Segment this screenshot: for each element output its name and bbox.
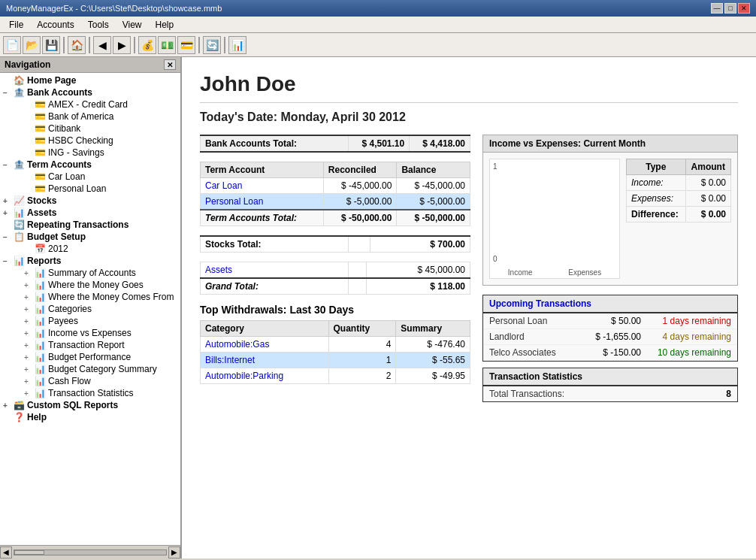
toolbar-back[interactable]: ◀ [93, 36, 111, 54]
personal-loan-reconciled: $ -5,000.00 [323, 194, 397, 210]
term-total-reconciled: $ -50,000.00 [341, 213, 392, 223]
toolbar-repeat[interactable]: 🔄 [203, 36, 221, 54]
content-columns: Bank Accounts Total: $ 4,501.10 $ 4,418.… [200, 135, 738, 402]
upcoming-amount-3: $ -150.00 [573, 347, 641, 358]
expenses-label: Expenses: [631, 193, 673, 204]
menu-help[interactable]: Help [150, 18, 180, 32]
upcoming-row-2: Landlord $ -1,655.00 4 days remaining [483, 329, 737, 345]
nav-help[interactable]: ❓ Help [2, 411, 179, 423]
personal-loan-balance: $ -5,000.00 [397, 194, 470, 210]
withdraw-cat-2[interactable]: Bills:Internet [205, 355, 255, 365]
nav-bank-accounts[interactable]: − 🏦 Bank Accounts [2, 86, 179, 98]
nav-transaction-report[interactable]: + 📊 Transaction Report [2, 339, 179, 351]
nav-stocks[interactable]: + 📈 Stocks [2, 195, 179, 207]
withdraw-cat-3[interactable]: Automobile:Parking [205, 371, 283, 381]
menu-view[interactable]: View [116, 18, 148, 32]
nav-home[interactable]: 🏠 Home Page [2, 74, 179, 86]
nav-car-loan-label: Car Loan [48, 171, 85, 182]
bank-reconciled: $ 4,501.10 [362, 138, 405, 149]
nav-close-button[interactable]: ✕ [164, 59, 176, 70]
budget-icon: 📋 [14, 232, 25, 242]
nav-payees[interactable]: + 📊 Payees [2, 315, 179, 327]
menu-accounts[interactable]: Accounts [31, 18, 80, 32]
stats-col-type: Type [627, 159, 686, 175]
nav-citibank[interactable]: 💳 Citibank [2, 123, 179, 135]
nav-money-comes[interactable]: + 📊 Where the Money Comes From [2, 291, 179, 303]
nav-trans-stats[interactable]: + 📊 Transaction Statistics [2, 387, 179, 399]
minimize-button[interactable]: — [711, 3, 723, 14]
chart-stats: Type Amount Income: $ 0.00 [626, 159, 731, 279]
nav-amex[interactable]: 💳 AMEX - Credit Card [2, 98, 179, 110]
nav-budget-setup[interactable]: − 📋 Budget Setup [2, 231, 179, 243]
main-container: Navigation ✕ 🏠 Home Page − 🏦 Bank Accoun… [0, 57, 756, 558]
scroll-left[interactable]: ◀ [0, 546, 12, 558]
expand-boa [24, 113, 35, 121]
toolbar-home[interactable]: 🏠 [68, 36, 86, 54]
car-loan-link[interactable]: Car Loan [205, 180, 242, 191]
withdraw-col-quantity: Quantity [328, 321, 396, 337]
stocks-table: Stocks Total: $ 700.00 [200, 235, 470, 253]
nav-cash-flow[interactable]: + 📊 Cash Flow [2, 375, 179, 387]
nav-budget-2012-label: 2012 [48, 244, 68, 254]
term-icon: 🏦 [14, 159, 25, 170]
expand-budget-perf: + [24, 353, 35, 362]
nav-categories[interactable]: + 📊 Categories [2, 303, 179, 315]
nav-term-accounts[interactable]: − 🏦 Term Accounts [2, 159, 179, 171]
expand-car-loan [24, 173, 35, 181]
toolbar-forward[interactable]: ▶ [113, 36, 131, 54]
nav-car-loan[interactable]: 💳 Car Loan [2, 171, 179, 183]
nav-reports[interactable]: − 📊 Reports [2, 255, 179, 267]
stats-title: Transaction Statistics [483, 368, 737, 386]
nav-assets[interactable]: + 📊 Assets [2, 207, 179, 219]
scroll-right[interactable]: ▶ [168, 546, 180, 558]
nav-summary-accounts[interactable]: + 📊 Summary of Accounts [2, 267, 179, 279]
assets-link[interactable]: Assets [205, 265, 232, 275]
nav-budget-perf[interactable]: + 📊 Budget Performance [2, 351, 179, 363]
nav-payees-label: Payees [48, 316, 78, 326]
todays-date: Today's Date: Monday, April 30 2012 [200, 110, 738, 124]
upcoming-amount-2: $ -1,655.00 [573, 331, 641, 342]
toolbar-open[interactable]: 📂 [23, 36, 41, 54]
nav-custom-sql[interactable]: + 🗃️ Custom SQL Reports [2, 399, 179, 411]
toolbar-new[interactable]: 📄 [3, 36, 21, 54]
window-controls: — □ ✕ [711, 3, 750, 14]
upcoming-name-1: Personal Loan [489, 316, 573, 326]
car-loan-icon: 💳 [35, 171, 46, 182]
custom-sql-icon: 🗃️ [14, 400, 25, 410]
withdraw-sum-1: $ -476.40 [396, 337, 470, 353]
upcoming-title-link[interactable]: Upcoming Transactions [489, 298, 591, 309]
nav-personal-loan[interactable]: 💳 Personal Loan [2, 183, 179, 195]
withdraw-cat-1[interactable]: Automobile:Gas [205, 339, 269, 350]
nav-boa[interactable]: 💳 Bank of America [2, 110, 179, 123]
expand-term: − [3, 161, 14, 169]
accounts-table: Bank Accounts Total: $ 4,501.10 $ 4,418.… [200, 135, 470, 153]
toolbar-save[interactable]: 💾 [42, 36, 60, 54]
expand-reports: − [3, 257, 14, 265]
nav-repeating[interactable]: 🔄 Repeating Transactions [2, 219, 179, 231]
nav-hsbc[interactable]: 💳 HSBC Checking [2, 135, 179, 147]
menu-tools[interactable]: Tools [82, 18, 115, 32]
withdraw-sum-3: $ -49.95 [396, 368, 470, 384]
nav-ing[interactable]: 💳 ING - Savings [2, 147, 179, 159]
toolbar-money2[interactable]: 💵 [158, 36, 176, 54]
nav-budget-cat-label: Budget Category Summary [48, 364, 157, 374]
nav-home-label: Home Page [27, 75, 76, 86]
bank-total-label: Bank Accounts Total: [205, 138, 297, 149]
expand-inc-exp: + [24, 329, 35, 338]
nav-income-expenses[interactable]: + 📊 Income vs Expenses [2, 327, 179, 339]
maximize-button[interactable]: □ [724, 3, 736, 14]
personal-loan-link[interactable]: Personal Loan [205, 196, 263, 207]
nav-budget-cat-summary[interactable]: + 📊 Budget Category Summary [2, 363, 179, 375]
nav-budget-2012[interactable]: 📅 2012 [2, 243, 179, 255]
close-button[interactable]: ✕ [738, 3, 750, 14]
toolbar-report[interactable]: 📊 [228, 36, 246, 54]
cash-flow-icon: 📊 [35, 376, 46, 386]
app-title: MoneyManagerEx - C:\Users\Stef\Desktop\s… [6, 4, 222, 13]
toolbar-money1[interactable]: 💰 [138, 36, 156, 54]
budget-cat-icon: 📊 [35, 364, 46, 374]
withdrawals-title: Top Withdrawals: Last 30 Days [200, 304, 470, 316]
stocks-balance: $ 700.00 [430, 239, 465, 250]
nav-money-goes[interactable]: + 📊 Where the Money Goes [2, 279, 179, 291]
menu-file[interactable]: File [3, 18, 29, 32]
toolbar-credit[interactable]: 💳 [177, 36, 195, 54]
